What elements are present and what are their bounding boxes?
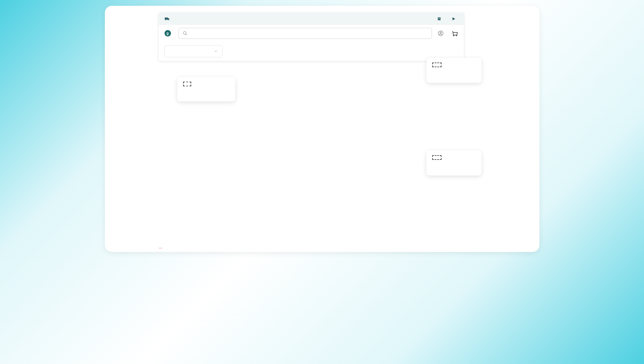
product-grid	[227, 45, 458, 57]
search-bar[interactable]	[178, 28, 432, 39]
url-fragment	[159, 248, 162, 249]
svg-point-3	[440, 32, 441, 33]
svg-point-0	[183, 32, 186, 34]
design-filter-title	[183, 82, 191, 86]
design-filter-panel	[177, 77, 235, 101]
logo-icon: g	[165, 30, 171, 36]
price-filter-title	[432, 63, 442, 67]
become-supplier-link[interactable]	[437, 17, 444, 21]
store-icon	[437, 17, 441, 21]
truck-icon	[165, 17, 170, 21]
svg-line-1	[186, 34, 187, 35]
download-app-link[interactable]	[452, 17, 458, 21]
play-icon	[452, 17, 456, 21]
rating-filter-title	[432, 155, 442, 160]
price-filter-panel	[426, 58, 481, 83]
cart-icon[interactable]	[451, 30, 458, 37]
rating-filter-panel	[426, 151, 481, 175]
search-icon	[183, 31, 187, 36]
signin-link[interactable]	[438, 30, 445, 36]
logo[interactable]: g	[165, 30, 173, 36]
fabric-filter[interactable]	[165, 45, 222, 57]
user-icon	[438, 30, 444, 36]
chevron-down-icon	[214, 50, 218, 53]
